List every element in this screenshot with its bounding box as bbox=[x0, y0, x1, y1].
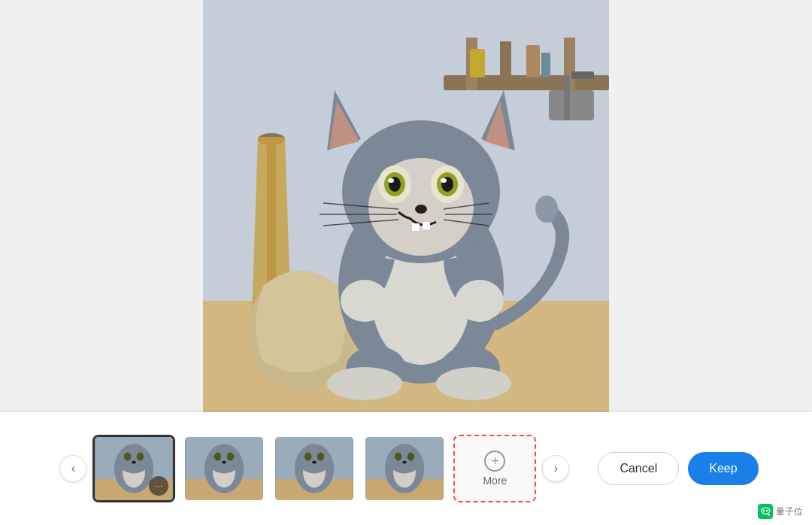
svg-rect-10 bbox=[549, 90, 594, 120]
svg-point-79 bbox=[403, 461, 408, 464]
svg-point-62 bbox=[227, 453, 234, 461]
svg-point-52 bbox=[117, 445, 151, 473]
thumbnail-3-inner bbox=[275, 437, 353, 500]
thumbnail-4-inner bbox=[365, 437, 444, 500]
next-arrow-button[interactable]: › bbox=[542, 455, 569, 482]
thumbnail-1-inner: ··· bbox=[95, 437, 173, 500]
thumbnail-1[interactable]: ··· bbox=[92, 435, 175, 502]
more-label: More bbox=[483, 475, 507, 487]
action-buttons: Cancel Keep bbox=[598, 452, 758, 485]
svg-point-38 bbox=[415, 205, 427, 214]
svg-point-63 bbox=[223, 461, 227, 464]
plus-symbol: + bbox=[491, 454, 499, 469]
svg-point-21 bbox=[436, 367, 511, 400]
svg-rect-40 bbox=[423, 222, 430, 229]
svg-point-20 bbox=[327, 367, 402, 400]
cancel-button[interactable]: Cancel bbox=[598, 452, 679, 485]
wechat-icon bbox=[758, 504, 773, 519]
svg-point-61 bbox=[214, 453, 221, 461]
thumbnail-2-inner bbox=[185, 437, 263, 500]
thumbnail-3[interactable] bbox=[273, 435, 356, 502]
svg-point-80 bbox=[763, 510, 765, 511]
dots-text: ··· bbox=[155, 481, 163, 490]
bottom-toolbar: ‹ ··· bbox=[0, 412, 812, 525]
main-image-area bbox=[203, 0, 609, 412]
main-container: ‹ ··· bbox=[0, 0, 812, 525]
prev-arrow-icon: ‹ bbox=[71, 462, 75, 475]
svg-point-22 bbox=[341, 280, 389, 322]
svg-point-70 bbox=[317, 453, 324, 461]
svg-rect-9 bbox=[541, 53, 550, 77]
svg-point-33 bbox=[388, 178, 394, 183]
svg-point-78 bbox=[408, 453, 414, 461]
keep-button[interactable]: Keep bbox=[688, 452, 758, 485]
svg-point-71 bbox=[313, 461, 317, 464]
svg-point-69 bbox=[304, 453, 311, 461]
svg-rect-6 bbox=[470, 49, 485, 77]
svg-rect-11 bbox=[564, 75, 570, 120]
svg-rect-8 bbox=[526, 45, 540, 77]
thumbnail-4[interactable] bbox=[363, 435, 446, 502]
cartoon-image bbox=[203, 0, 609, 412]
svg-point-53 bbox=[124, 453, 131, 461]
more-button[interactable]: + More bbox=[453, 435, 536, 502]
thumbnails-row: ··· bbox=[92, 435, 536, 502]
svg-point-55 bbox=[132, 461, 137, 464]
next-arrow-icon: › bbox=[554, 462, 558, 475]
svg-point-77 bbox=[395, 453, 401, 461]
svg-point-60 bbox=[208, 445, 241, 473]
svg-point-81 bbox=[766, 510, 768, 511]
watermark: 量子位 bbox=[758, 504, 803, 519]
svg-rect-7 bbox=[500, 41, 511, 77]
svg-point-47 bbox=[535, 196, 558, 223]
svg-rect-39 bbox=[412, 223, 420, 231]
watermark-label: 量子位 bbox=[776, 505, 803, 518]
svg-point-76 bbox=[388, 445, 422, 473]
plus-icon: + bbox=[484, 451, 505, 472]
svg-point-23 bbox=[456, 280, 504, 322]
prev-arrow-button[interactable]: ‹ bbox=[59, 455, 86, 482]
svg-point-54 bbox=[137, 453, 144, 461]
thumbnail-2[interactable] bbox=[183, 435, 265, 502]
svg-point-37 bbox=[441, 178, 447, 183]
svg-point-68 bbox=[298, 445, 332, 473]
svg-rect-12 bbox=[571, 71, 594, 79]
